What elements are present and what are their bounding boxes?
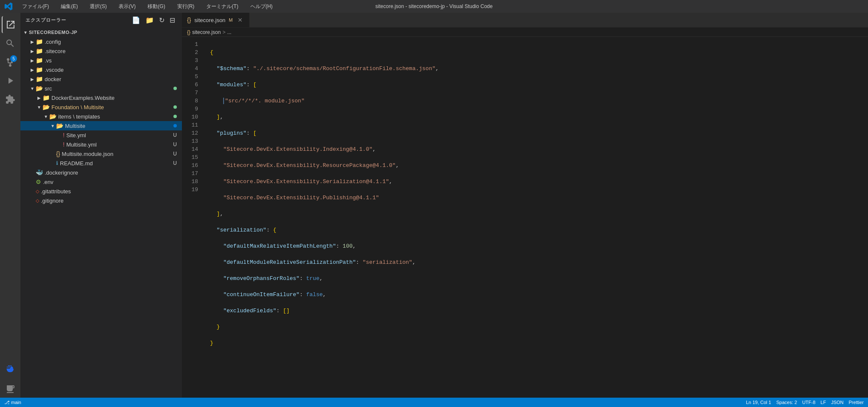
menu-help[interactable]: ヘルプ(H) <box>248 2 275 11</box>
docker-examples-label: DockerExamples.Website <box>51 95 177 101</box>
status-language[interactable]: JSON <box>831 400 843 405</box>
sidebar: エクスプローラー 📄 📁 ↻ ⊟ ▼ SITECOREDEMO-JP ▶ 📁 .… <box>20 13 182 398</box>
window-title: sitecore.json - sitecoredemo-jp - Visual… <box>375 3 493 9</box>
tab-modified-indicator: M <box>229 17 233 23</box>
status-spaces[interactable]: Spaces: 2 <box>776 400 797 405</box>
new-folder-button[interactable]: 📁 <box>144 15 156 25</box>
tree-item-dockerignore[interactable]: ▶ 🐳 .dockerignore <box>20 168 182 177</box>
titlebar-left: ファイル(F) 編集(E) 選択(S) 表示(V) 移動(G) 実行(R) ター… <box>4 2 275 11</box>
sidebar-actions: 📄 📁 ↻ ⊟ <box>130 15 177 25</box>
module-json-label: Multisite.module.json <box>62 151 170 157</box>
items-templates-badge <box>173 115 177 118</box>
status-branch[interactable]: ⎇ main <box>4 400 21 405</box>
activity-explorer[interactable] <box>2 16 19 33</box>
dockerignore-icon: 🐳 <box>36 169 43 176</box>
status-encoding[interactable]: UTF-8 <box>802 400 815 405</box>
menu-run[interactable]: 実行(R) <box>175 2 197 11</box>
sitecore-label: .sitecore <box>45 48 177 54</box>
line-num-8: 8 <box>182 97 198 105</box>
activity-source-control[interactable]: 5 <box>2 54 19 71</box>
src-label: src <box>45 85 171 92</box>
tree-item-sitecore[interactable]: ▶ 📁 .sitecore <box>20 46 182 56</box>
tab-sitecore-json[interactable]: {} sitecore.json M ✕ <box>182 13 250 27</box>
multisite-yml-arrow: ▶ <box>56 142 63 147</box>
activity-search[interactable] <box>2 35 19 52</box>
sitecore-folder-icon: 📁 <box>36 48 43 54</box>
activity-extensions[interactable] <box>2 91 19 108</box>
module-json-badge: U <box>173 151 177 157</box>
status-eol[interactable]: LF <box>820 400 826 405</box>
main-layout: 5 エクスプローラー 📄 📁 ↻ ⊟ ▼ <box>0 13 868 398</box>
menu-file[interactable]: ファイル(F) <box>20 2 51 11</box>
code-line-14: "defaultModuleRelativeSerializationPath"… <box>210 258 868 266</box>
menu-view[interactable]: 表示(V) <box>116 2 138 11</box>
vscode-arrow: ▶ <box>29 68 36 72</box>
activity-docker[interactable] <box>2 360 19 377</box>
line-num-19: 19 <box>182 186 198 194</box>
new-file-button[interactable]: 📄 <box>130 15 142 25</box>
dockerignore-label: .dockerignore <box>45 170 177 176</box>
multisite-yml-badge: U <box>173 141 177 147</box>
line-num-9: 9 <box>182 105 198 113</box>
menu-select[interactable]: 選択(S) <box>87 2 109 11</box>
foundation-multisite-folder-icon: 📂 <box>43 104 50 110</box>
status-bar: ⎇ main Ln 19, Col 1 Spaces: 2 UTF-8 LF J… <box>0 398 868 407</box>
tree-item-src[interactable]: ▼ 📂 src <box>20 84 182 93</box>
status-left: ⎇ main <box>4 400 21 405</box>
foundation-multisite-arrow: ▼ <box>36 105 43 110</box>
tree-item-gitignore[interactable]: ▶ ◇ .gitignore <box>20 196 182 205</box>
tree-item-docker-examples[interactable]: ▶ 📁 DockerExamples.Website <box>20 93 182 102</box>
gitignore-arrow: ▶ <box>29 198 36 203</box>
src-badge <box>173 87 177 90</box>
gitignore-label: .gitignore <box>41 198 177 204</box>
line-num-14: 14 <box>182 145 198 153</box>
line-num-7: 7 <box>182 89 198 97</box>
code-line-5: ], <box>210 113 868 121</box>
tree-item-multisite[interactable]: ▼ 📂 Multisite <box>20 121 182 130</box>
foundation-multisite-label: Foundation \ Multisite <box>51 104 171 110</box>
status-position[interactable]: Ln 19, Col 1 <box>746 400 771 405</box>
src-folder-icon: 📂 <box>36 85 43 92</box>
tree-item-multisite-module-json[interactable]: ▶ {} Multisite.module.json U <box>20 149 182 158</box>
gitattributes-icon: ◇ <box>36 189 39 194</box>
breadcrumb-file[interactable]: sitecore.json <box>192 29 221 35</box>
docker-label: docker <box>45 76 177 82</box>
code-line-11: ], <box>210 210 868 218</box>
vscode-logo <box>4 2 13 11</box>
source-control-badge: 5 <box>10 55 17 62</box>
tree-root[interactable]: ▼ SITECOREDEMO-JP <box>20 28 182 37</box>
docker-examples-folder-icon: 📁 <box>43 94 50 101</box>
module-json-icon: {} <box>56 150 60 157</box>
tree-item-site-yml[interactable]: ▶ ! Site.yml U <box>20 130 182 140</box>
tree-item-env[interactable]: ▶ ⚙ .env <box>20 177 182 187</box>
menu-goto[interactable]: 移動(G) <box>145 2 167 11</box>
code-line-1: { <box>210 48 868 57</box>
activity-run-debug[interactable] <box>2 72 19 89</box>
tree-item-foundation-multisite[interactable]: ▼ 📂 Foundation \ Multisite <box>20 102 182 112</box>
menu-terminal[interactable]: ターミナル(T) <box>204 2 241 11</box>
tab-filename: sitecore.json <box>194 17 225 23</box>
tree-item-vscode[interactable]: ▶ 📁 .vscode <box>20 65 182 74</box>
tree-item-readme[interactable]: ▶ ℹ README.md U <box>20 158 182 168</box>
tree-item-config[interactable]: ▶ 📁 .config <box>20 37 182 46</box>
tab-close-button[interactable]: ✕ <box>236 16 244 24</box>
gitattributes-arrow: ▶ <box>29 189 36 194</box>
tree-item-vs[interactable]: ▶ 📁 .vs <box>20 56 182 65</box>
root-label: SITECOREDEMO-JP <box>29 30 177 35</box>
menu-edit[interactable]: 編集(E) <box>58 2 80 11</box>
multisite-folder-icon: 📂 <box>56 122 63 129</box>
code-line-15: "removeOrphansForRoles": true, <box>210 274 868 283</box>
readme-badge: U <box>173 160 177 166</box>
status-formatter[interactable]: Prettier <box>849 400 864 405</box>
tree-item-docker[interactable]: ▶ 📁 docker <box>20 74 182 84</box>
tree-item-gitattributes[interactable]: ▶ ◇ .gitattributes <box>20 187 182 196</box>
refresh-button[interactable]: ↻ <box>157 15 166 25</box>
collapse-all-button[interactable]: ⊟ <box>168 15 177 25</box>
tree-item-multisite-yml[interactable]: ▶ ! Multisite.yml U <box>20 140 182 149</box>
code-line-19: } <box>210 339 868 347</box>
docker-examples-arrow: ▶ <box>36 96 43 100</box>
tree-item-items-templates[interactable]: ▼ 📂 items \ templates <box>20 112 182 121</box>
activity-terminal[interactable] <box>2 381 19 398</box>
code-content[interactable]: { "$schema": "./.sitecore/schemas/RootCo… <box>203 37 868 398</box>
env-label: .env <box>43 179 177 185</box>
